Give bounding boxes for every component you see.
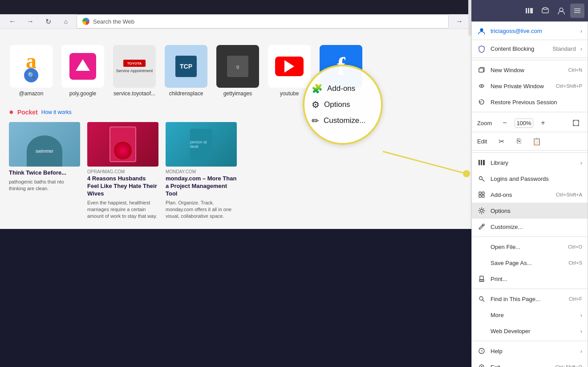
paste-button[interactable]: 📋	[530, 135, 544, 147]
cut-button[interactable]: ✂	[494, 135, 508, 147]
callout-customize-label: Customize...	[324, 116, 365, 125]
addons-menu-item[interactable]: Add-ons Ctrl+Shift+A	[472, 187, 588, 203]
address-bar[interactable]: Search the Web	[77, 14, 449, 29]
web-developer-item[interactable]: Web Developer ›	[472, 323, 588, 339]
zoom-out-button[interactable]: −	[499, 117, 511, 129]
logins-menu-item[interactable]: Logins and Passwords	[472, 171, 588, 187]
exit-item[interactable]: Exit Ctrl+Shift+Q	[472, 359, 588, 367]
article-source-3: MONDAY.COM	[166, 169, 237, 174]
new-window-label: New Window	[491, 67, 564, 73]
svg-point-13	[481, 86, 483, 87]
puzzle-callout-icon: 🧩	[312, 83, 323, 94]
search-text: Search the Web	[93, 18, 134, 25]
options-menu-item[interactable]: Options	[472, 203, 588, 219]
content-blocking-value: Standard	[552, 45, 576, 52]
save-page-item[interactable]: Save Page As... Ctrl+S	[472, 255, 588, 271]
help-icon: ?	[477, 347, 486, 355]
svg-rect-8	[574, 10, 580, 11]
svg-rect-9	[574, 12, 580, 13]
svg-rect-25	[480, 276, 483, 280]
customize-label: Customize...	[491, 224, 582, 230]
print-label: Print...	[491, 276, 582, 282]
svg-rect-15	[481, 160, 482, 165]
library-arrow: ›	[580, 159, 582, 166]
new-private-window-shortcut: Ctrl+Shift+P	[556, 83, 582, 89]
gettyimages-label: gettyimages	[223, 90, 252, 97]
home-button[interactable]: ⌂	[59, 14, 73, 29]
browser-window: ← → ↻ ⌂ Search the Web → a 🔍	[0, 14, 588, 367]
find-item[interactable]: Find in This Page... Ctrl+F	[472, 291, 588, 307]
exit-icon	[477, 363, 486, 367]
restore-session-item[interactable]: Restore Previous Session	[472, 94, 588, 110]
new-private-window-label: New Private Window	[491, 83, 552, 90]
separator-3	[472, 152, 588, 153]
account-icon[interactable]	[554, 4, 568, 18]
more-item[interactable]: More ›	[472, 307, 588, 323]
addons-shortcut: Ctrl+Shift+A	[556, 192, 582, 197]
options-icon	[477, 206, 486, 215]
open-file-shortcut: Ctrl+O	[568, 244, 582, 249]
pocket-header: ● Pocket How it works	[9, 107, 463, 117]
site-tile-gettyimages[interactable]: g gettyimages	[215, 45, 260, 97]
separator-5	[472, 289, 588, 289]
toyota-label: service.toyotaof...	[114, 90, 155, 97]
customize-menu-item[interactable]: Customize...	[472, 219, 588, 235]
new-window-item[interactable]: New Window Ctrl+N	[472, 62, 588, 78]
library-icon[interactable]	[522, 4, 536, 18]
new-private-window-item[interactable]: New Private Window Ctrl+Shift+P	[472, 78, 588, 94]
reload-button[interactable]: ↻	[41, 14, 55, 29]
youtube-label: youtube	[280, 90, 299, 97]
how-it-works-link[interactable]: How it works	[41, 109, 72, 115]
hamburger-menu-icon[interactable]	[570, 4, 584, 18]
article-card-3[interactable]: person at desk MONDAY.COM monday.com – M…	[166, 122, 237, 220]
arrow-icon[interactable]: →	[452, 14, 466, 29]
site-tile-poly[interactable]: poly.google	[61, 45, 105, 97]
svg-marker-0	[76, 59, 90, 71]
site-tile-amazon[interactable]: a 🔍 @amazon	[9, 45, 53, 97]
back-button[interactable]: ←	[5, 14, 20, 29]
new-tab-page: a 🔍 @amazon poly.google	[0, 29, 472, 229]
article-card-1[interactable]: swimmer Think Twice Before... pathogenic…	[9, 122, 80, 220]
callout-options: ⚙ Options	[312, 99, 350, 110]
site-tile-childrensplace[interactable]: TCP childrensplace	[164, 45, 208, 97]
copy-button[interactable]: ⎘	[512, 135, 526, 147]
article-desc-1: pathogenic baths that nto thinking are c…	[9, 179, 80, 192]
customize-icon	[477, 222, 486, 231]
help-item[interactable]: ? Help ›	[472, 343, 588, 359]
save-page-shortcut: Ctrl+S	[568, 260, 582, 265]
library-menu-item[interactable]: Library ›	[472, 155, 588, 171]
options-label: Options	[491, 208, 582, 214]
synced-tabs-icon[interactable]	[538, 4, 552, 18]
new-window-shortcut: Ctrl+N	[568, 67, 582, 73]
library-icon	[477, 158, 486, 167]
web-developer-icon	[477, 326, 486, 335]
pocket-logo: Pocket	[17, 109, 38, 116]
svg-text:?: ?	[481, 349, 483, 354]
getty-thumbnail: g	[216, 45, 259, 88]
forward-button[interactable]: →	[23, 14, 37, 29]
svg-rect-11	[479, 68, 483, 72]
web-developer-arrow: ›	[580, 328, 582, 334]
article-source-2: OPRAHMAG.COM	[87, 169, 158, 174]
svg-rect-21	[482, 195, 484, 197]
article-title-2: 4 Reasons Husbands Feel Like They Hate T…	[87, 175, 158, 198]
content-blocking-item[interactable]: Content Blocking Standard ›	[472, 40, 588, 58]
svg-rect-19	[482, 192, 484, 194]
key-icon	[477, 174, 486, 183]
svg-point-26	[479, 297, 483, 300]
open-file-item[interactable]: Open File... Ctrl+O	[472, 239, 588, 255]
print-item[interactable]: Print...	[472, 271, 588, 287]
youtube-thumbnail	[268, 45, 311, 88]
google-logo	[82, 18, 89, 25]
childrens-thumbnail: TCP	[165, 45, 207, 88]
article-card-2[interactable]: OPRAHMAG.COM 4 Reasons Husbands Feel Lik…	[87, 122, 158, 220]
callout-circle: 🧩 Add-ons ⚙ Options ✏ Customize...	[303, 65, 383, 145]
account-arrow-icon: ›	[580, 28, 582, 34]
zoom-in-button[interactable]: +	[537, 117, 549, 129]
site-tile-toyota[interactable]: TOYOTA Service Appointment service.toyot…	[112, 45, 157, 97]
account-menu-item[interactable]: triciagoss@live.com ›	[472, 22, 588, 40]
site-tile-youtube[interactable]: youtube	[267, 45, 312, 97]
zoom-expand-button[interactable]	[570, 117, 582, 129]
svg-rect-2	[528, 8, 529, 13]
amazon-label: @amazon	[19, 90, 44, 97]
